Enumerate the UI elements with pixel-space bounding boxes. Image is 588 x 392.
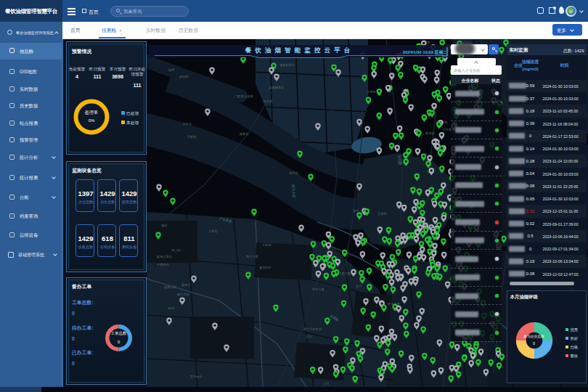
- svg-text:星湖实: 星湖实: [425, 131, 435, 135]
- svg-text:朱拉: 朱拉: [353, 209, 359, 213]
- svg-text:宜宾: 宜宾: [356, 285, 362, 288]
- svg-text:玉玑: 玉玑: [305, 335, 312, 338]
- svg-text:中国电信: 中国电信: [157, 263, 170, 266]
- svg-text:大马: 大马: [323, 382, 329, 385]
- svg-text:楼家发: 楼家发: [240, 132, 249, 136]
- svg-text:桂阳: 桂阳: [168, 306, 174, 310]
- svg-text:谢家小学: 谢家小学: [164, 285, 177, 289]
- svg-text:西汽大酒: 西汽大酒: [246, 255, 258, 258]
- svg-text:泗兰马郡宝肖: 泗兰马郡宝肖: [303, 327, 322, 331]
- svg-text:天祥苑: 天祥苑: [262, 243, 271, 247]
- svg-text:文昌苑: 文昌苑: [377, 212, 387, 216]
- svg-text:大西苑: 大西苑: [367, 90, 376, 94]
- svg-text:宜兴高乐: 宜兴高乐: [190, 375, 203, 378]
- svg-text:影视大酒店: 影视大酒店: [157, 255, 172, 258]
- svg-text:新西兰: 新西兰: [181, 283, 191, 287]
